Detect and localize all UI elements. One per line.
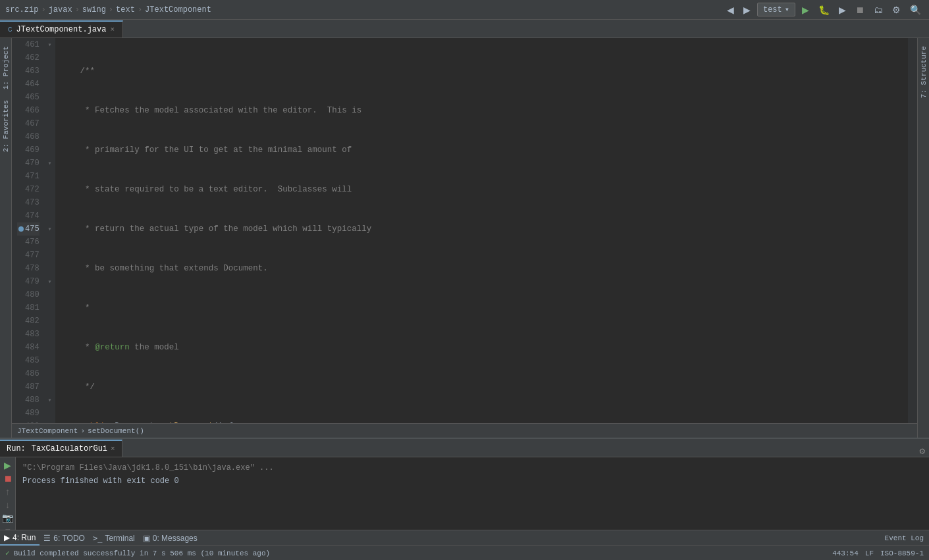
editor-panel: 461 462 463 464 465 466 467 468 469 470 …	[12, 38, 917, 438]
code-line-462: * Fetches the model associated with the …	[61, 104, 908, 117]
line-473: 473	[17, 196, 40, 209]
run-config-selector[interactable]: test ▾	[757, 3, 795, 16]
messages-label: 0: Messages	[153, 534, 198, 543]
back-button[interactable]: ◀	[724, 3, 737, 16]
line-465: 465	[17, 91, 40, 104]
line-numbers: 461 462 463 464 465 466 467 468 469 470 …	[12, 38, 45, 423]
bottom-tab-bar: Run: TaxCalculatorGui × ⚙	[0, 439, 929, 457]
run-content: ▶ ⏹ ↑ ↓ 📷 ≡ "C:\Program Files\Java\jdk1.…	[0, 457, 929, 530]
encoding[interactable]: ISO-8859-1	[880, 549, 924, 557]
fold-gutter: ▾ ▾ ▾ ▾	[45, 38, 55, 423]
run-button[interactable]: ▶	[799, 3, 812, 16]
todo-tool-button[interactable]: ☰ 6: TODO	[40, 531, 89, 546]
run-stop-button[interactable]: ⏹	[3, 473, 13, 484]
code-line-464: * state required to be a text editor. Su…	[61, 183, 908, 196]
breadcrumb-class[interactable]: JTextComponent	[145, 5, 211, 14]
line-484: 484	[17, 341, 40, 354]
line-487: 487	[17, 380, 40, 394]
fold-488[interactable]: ▾	[45, 394, 55, 407]
run-play-button[interactable]: ▶	[4, 460, 11, 471]
line-469: 469	[17, 143, 40, 157]
sidebar-item-structure[interactable]: 7: Structure	[918, 41, 929, 103]
code-line-465: * return the actual type of the model wh…	[61, 222, 908, 236]
breadcrumb-swing[interactable]: swing	[82, 5, 106, 14]
breadcrumb: src.zip › javax › swing › text › JTextCo…	[5, 5, 211, 14]
right-gutter	[908, 38, 917, 423]
run-tool-button[interactable]: ▶ 4: Run	[0, 531, 40, 546]
settings-icon[interactable]: ⚙	[920, 445, 925, 457]
line-462: 462	[17, 51, 40, 64]
main-area: 1: Project 2: Favorites 461 462 463 464 …	[0, 38, 929, 438]
camera-button[interactable]: 📷	[2, 513, 13, 523]
fold-475[interactable]: ▾	[45, 222, 55, 236]
bottom-panel: Run: TaxCalculatorGui × ⚙ ▶ ⏹ ↑ ↓ 📷 ≡ "C…	[0, 438, 929, 530]
tab-close-button[interactable]: ×	[110, 26, 115, 34]
editor-breadcrumb-class[interactable]: JTextComponent	[17, 427, 78, 435]
coverage-button[interactable]: ▶	[836, 3, 849, 16]
sidebar-item-project[interactable]: 1: Project	[1, 41, 11, 95]
run-output: "C:\Program Files\Java\jdk1.8.0_151\bin\…	[16, 457, 929, 530]
line-466: 466	[17, 104, 40, 117]
editor-tab-bar: C JTextComponent.java ×	[0, 20, 929, 38]
line-478: 478	[17, 262, 40, 275]
top-toolbar: src.zip › javax › swing › text › JTextCo…	[0, 0, 929, 20]
todo-label: 6: TODO	[53, 534, 85, 543]
stop-button[interactable]: ⏹	[853, 3, 867, 16]
line-481: 481	[17, 301, 40, 315]
terminal-tool-button[interactable]: >_ Terminal	[89, 531, 139, 546]
code-line-466: * be something that extends Document.	[61, 262, 908, 275]
fold-479[interactable]: ▾	[45, 275, 55, 288]
run-tab-label: Run:	[7, 444, 26, 453]
project-structure-button[interactable]: 🗂	[871, 3, 886, 16]
fold-461[interactable]: ▾	[45, 38, 55, 51]
run-tab[interactable]: Run: TaxCalculatorGui ×	[0, 440, 122, 457]
code-line-469: */	[61, 380, 908, 394]
messages-tool-button[interactable]: ▣ 0: Messages	[139, 531, 201, 546]
code-line-467: *	[61, 301, 908, 315]
settings-button[interactable]: ⚙	[889, 3, 903, 16]
status-right: 443:54 LF ISO-8859-1	[832, 549, 924, 557]
run-output-exit: Process finished with exit code 0	[22, 474, 922, 488]
tab-jtextcomponent[interactable]: C JTextComponent.java ×	[0, 20, 123, 38]
editor-breadcrumb-method[interactable]: setDocument()	[88, 427, 144, 435]
status-bar: ✓ Build completed successfully in 7 s 50…	[0, 546, 929, 560]
forward-button[interactable]: ▶	[741, 3, 753, 16]
line-463: 463	[17, 64, 40, 78]
debug-button[interactable]: 🐛	[816, 3, 832, 16]
editor-breadcrumb: JTextComponent › setDocument()	[12, 423, 917, 438]
breadcrumb-srczip[interactable]: src.zip	[5, 5, 38, 14]
line-467: 467	[17, 117, 40, 130]
line-483: 483	[17, 328, 40, 341]
bottom-panel-toolbar: ⚙	[920, 445, 929, 457]
scroll-up-button[interactable]: ↑	[5, 486, 10, 497]
todo-icon: ☰	[43, 534, 51, 543]
line-464: 464	[17, 78, 40, 91]
run-tab-sublabel: TaxCalculatorGui	[32, 444, 107, 453]
run-tab-close[interactable]: ×	[111, 445, 115, 453]
line-489: 489	[17, 407, 40, 420]
line-477: 477	[17, 249, 40, 262]
breadcrumb-javax[interactable]: javax	[49, 5, 72, 14]
line-470: 470	[17, 157, 40, 170]
messages-icon: ▣	[143, 534, 150, 543]
fold-470[interactable]: ▾	[45, 157, 55, 170]
code-lines[interactable]: /** * Fetches the model associated with …	[55, 38, 908, 423]
line-476: 476	[17, 236, 40, 249]
code-line-461: /**	[61, 64, 908, 78]
terminal-icon: >_	[93, 534, 102, 543]
code-line-468: * @return the model	[61, 341, 908, 354]
cursor-position[interactable]: 443:54	[832, 549, 859, 557]
breakpoint-dot[interactable]	[18, 226, 24, 232]
event-log-btn[interactable]: Event Log	[885, 533, 929, 543]
line-ending[interactable]: LF	[865, 549, 874, 557]
run-config-label: test	[763, 5, 782, 14]
search-button[interactable]: 🔍	[907, 3, 924, 16]
line-485: 485	[17, 354, 40, 367]
line-479: 479	[17, 275, 40, 288]
line-472: 472	[17, 183, 40, 196]
code-line-463: * primarily for the UI to get at the min…	[61, 143, 908, 157]
scroll-down-button[interactable]: ↓	[5, 499, 10, 510]
sidebar-item-favorites[interactable]: 2: Favorites	[1, 95, 11, 157]
code-area[interactable]: 461 462 463 464 465 466 467 468 469 470 …	[12, 38, 917, 423]
breadcrumb-text[interactable]: text	[116, 5, 135, 14]
